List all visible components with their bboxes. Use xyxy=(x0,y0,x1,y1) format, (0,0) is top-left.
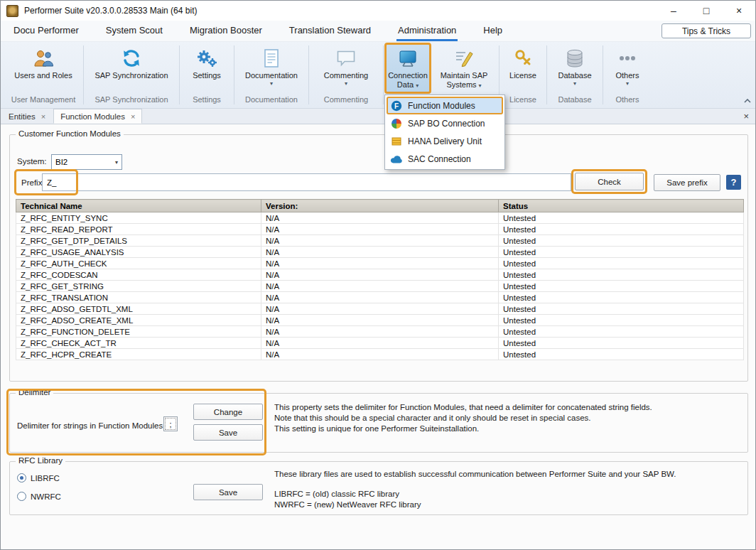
tab-function-modules[interactable]: Function Modules × xyxy=(53,109,142,124)
menu-item-sac-connection[interactable]: SAC Connection xyxy=(387,150,503,168)
tabbar: Entities × Function Modules × × xyxy=(1,109,755,124)
menu-translation-steward[interactable]: Translation Steward xyxy=(288,21,372,41)
column-header-technical-name[interactable]: Technical Name xyxy=(16,200,261,212)
menu-item-function-modules[interactable]: FFunction Modules xyxy=(387,97,503,114)
tabgroup-close-icon[interactable]: × xyxy=(743,111,749,122)
menubar-items: Docu PerformerSystem ScoutMigration Boos… xyxy=(12,21,528,41)
cell-version: N/A xyxy=(261,326,499,338)
cell-version: N/A xyxy=(261,349,499,360)
table-row[interactable]: Z_RFC_ADSO_CREATE_XMLN/AUntested xyxy=(16,315,744,326)
table-row[interactable]: Z_RFC_TRANSLATIONN/AUntested xyxy=(16,292,744,303)
table-row[interactable]: Z_RFC_GET_DTP_DETAILSN/AUntested xyxy=(16,235,744,247)
ribbon-button-sap-synchronization[interactable]: SAP Synchronization xyxy=(85,43,178,93)
save-delimiter-button[interactable]: Save xyxy=(193,424,263,441)
tab-entities[interactable]: Entities × xyxy=(2,109,52,124)
gear-icon xyxy=(196,46,217,70)
ribbon-group-label: Others xyxy=(603,95,652,107)
ribbon-button-maintain-sap-systems[interactable]: Maintain SAP Systems ▾ xyxy=(431,43,497,93)
tab-label: Entities xyxy=(9,112,36,121)
description-line: This setting is unique for one Performer… xyxy=(274,424,652,434)
column-header-status[interactable]: Status xyxy=(499,200,744,212)
ribbon-button-settings[interactable]: Settings xyxy=(181,43,232,93)
change-button[interactable]: Change xyxy=(193,404,263,420)
menu-migration-booster[interactable]: Migration Booster xyxy=(188,21,264,41)
group-title: RFC Library xyxy=(16,456,65,465)
tab-close-icon[interactable]: × xyxy=(131,112,135,121)
table-row[interactable]: Z_RFC_USAGE_ANALYSISN/AUntested xyxy=(16,247,744,258)
table-row[interactable]: Z_RFC_ADSO_GETDTL_XMLN/AUntested xyxy=(16,303,744,315)
help-icon[interactable]: ? xyxy=(726,175,741,190)
minimize-button[interactable]: – xyxy=(657,1,690,21)
cell-status: Untested xyxy=(499,292,744,303)
tips-tricks-button[interactable]: Tips & Tricks xyxy=(662,23,751,38)
close-button[interactable]: × xyxy=(723,1,755,21)
function-modules-icon: F xyxy=(390,100,403,112)
table-row[interactable]: Z_RFC_CODESCANN/AUntested xyxy=(16,269,744,281)
table-row[interactable]: Z_RFC_CHECK_ACT_TRN/AUntested xyxy=(16,338,744,349)
ribbon-button-database[interactable]: Database▾ xyxy=(549,43,601,93)
ribbon-group-commenting: Commenting▾Commenting xyxy=(309,42,383,108)
combobox-value: BI2 xyxy=(55,158,68,166)
tab-close-icon[interactable]: × xyxy=(41,112,45,121)
table-row[interactable]: Z_RFC_GET_STRINGN/AUntested xyxy=(16,281,744,292)
menu-item-hana-delivery-unit[interactable]: HANA Delivery Unit xyxy=(387,132,503,150)
table-row[interactable]: Z_RFC_AUTH_CHECKN/AUntested xyxy=(16,258,744,269)
check-button[interactable]: Check xyxy=(575,173,644,190)
radio-librfc[interactable]: LIBRFC xyxy=(17,473,61,482)
ribbon-group-label: SAP Synchronization xyxy=(84,95,179,107)
column-header-version[interactable]: Version: xyxy=(261,200,499,212)
cell-version: N/A xyxy=(261,224,499,235)
table-row[interactable]: Z_RFC_READ_REPORTN/AUntested xyxy=(16,224,744,235)
ribbon-groups: Users and RolesUser ManagementSAP Synchr… xyxy=(4,42,652,108)
radio-label: NWRFC xyxy=(31,492,61,501)
ribbon-button-documentation[interactable]: Documentation▾ xyxy=(236,43,307,93)
chevron-down-icon: ▾ xyxy=(479,82,482,89)
maximize-button[interactable]: □ xyxy=(690,1,723,21)
rfc-description: These library files are used to establis… xyxy=(274,469,676,480)
menu-system-scout[interactable]: System Scout xyxy=(104,21,164,41)
cell-status: Untested xyxy=(499,258,744,269)
prefix-label: Prefix xyxy=(21,178,42,187)
cell-version: N/A xyxy=(261,315,499,326)
cell-status: Untested xyxy=(499,212,744,224)
ribbon: Users and RolesUser ManagementSAP Synchr… xyxy=(1,42,755,109)
system-combobox[interactable]: BI2 ▾ xyxy=(51,154,122,170)
ribbon-button-connection-data[interactable]: Connection Data ▾ xyxy=(385,43,431,93)
menu-item-label: HANA Delivery Unit xyxy=(408,136,482,146)
save-prefix-button[interactable]: Save prefix xyxy=(654,174,720,191)
cell-status: Untested xyxy=(499,303,744,315)
table-row[interactable]: Z_RFC_HCPR_CREATEN/AUntested xyxy=(16,349,744,360)
cell-technical-name: Z_RFC_AUTH_CHECK xyxy=(16,258,261,269)
cell-technical-name: Z_RFC_USAGE_ANALYSIS xyxy=(16,247,261,258)
prefix-input[interactable] xyxy=(42,173,571,191)
chevron-down-icon: ▾ xyxy=(626,80,629,87)
ribbon-collapse-icon[interactable] xyxy=(744,93,751,106)
ribbon-button-users-and-roles[interactable]: Users and Roles xyxy=(5,43,82,93)
save-rfc-button[interactable]: Save xyxy=(193,484,263,500)
cell-version: N/A xyxy=(261,269,499,281)
menu-item-label: SAP BO Connection xyxy=(408,119,485,129)
table-row[interactable]: Z_RFC_ENTITY_SYNCN/AUntested xyxy=(16,212,744,224)
maintain-icon xyxy=(454,46,474,70)
ribbon-button-commenting[interactable]: Commenting▾ xyxy=(310,43,382,93)
table-header-row: Technical Name Version: Status xyxy=(16,200,744,212)
delimiter-input[interactable] xyxy=(163,416,178,431)
menu-help[interactable]: Help xyxy=(482,21,504,41)
cell-status: Untested xyxy=(499,326,744,338)
app-icon xyxy=(6,5,18,17)
window-title: Performer Suite v20.3.0.0.28533 Main (64… xyxy=(24,6,197,16)
ribbon-button-license[interactable]: License xyxy=(501,43,545,93)
menu-item-sap-bo-connection[interactable]: SAP BO Connection xyxy=(387,114,503,132)
radio-nwrfc[interactable]: NWRFC xyxy=(17,492,61,501)
description-line: This property sets the delimiter for Fun… xyxy=(274,402,652,413)
table-row[interactable]: Z_RFC_FUNCTION_DELETEN/AUntested xyxy=(16,326,744,338)
menu-administration[interactable]: Administration xyxy=(396,21,458,41)
ribbon-button-label: Commenting xyxy=(323,71,369,80)
ribbon-button-label: License xyxy=(508,71,538,80)
ribbon-group-documentation: Documentation▾Documentation xyxy=(234,42,308,108)
menu-docu-performer[interactable]: Docu Performer xyxy=(12,21,80,41)
sac-cloud-icon xyxy=(390,154,403,164)
ribbon-button-others[interactable]: Others▾ xyxy=(605,43,650,93)
window-controls: – □ × xyxy=(657,1,755,21)
cell-technical-name: Z_RFC_ADSO_CREATE_XML xyxy=(16,315,261,326)
